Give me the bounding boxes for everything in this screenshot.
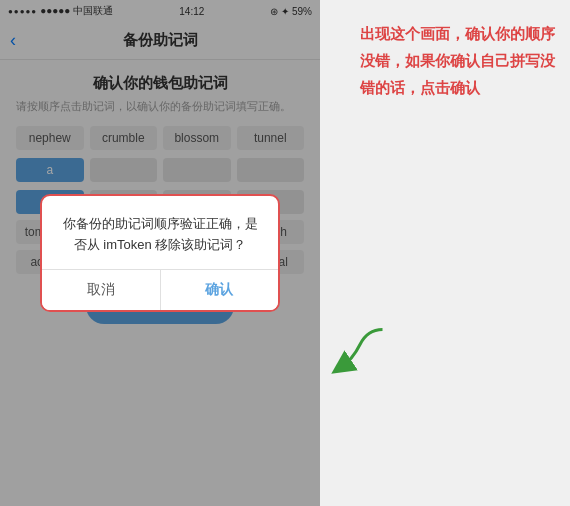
dialog-overlay: 你备份的助记词顺序验证正确，是否从 imToken 移除该助记词？ 取消 确认 [0, 0, 320, 506]
dialog-body: 你备份的助记词顺序验证正确，是否从 imToken 移除该助记词？ [42, 196, 278, 270]
dialog-confirm-button[interactable]: 确认 [161, 270, 279, 310]
dialog-text: 你备份的助记词顺序验证正确，是否从 imToken 移除该助记词？ [58, 214, 262, 256]
annotation-area: 出现这个画面，确认你的顺序没错，如果你确认自己拼写没错的话，点击确认 [320, 0, 570, 506]
arrow-wrap [330, 322, 390, 386]
arrow-icon [330, 322, 390, 382]
phone-screen: ●●●●● ●●●●● 中国联通 14:12 ⊛ ✦ 59% ‹ 备份助记词 确… [0, 0, 320, 506]
dialog-box: 你备份的助记词顺序验证正确，是否从 imToken 移除该助记词？ 取消 确认 [40, 194, 280, 313]
dialog-cancel-button[interactable]: 取消 [42, 270, 161, 310]
dialog-actions: 取消 确认 [42, 269, 278, 310]
annotation-text: 出现这个画面，确认你的顺序没错，如果你确认自己拼写没错的话，点击确认 [360, 20, 560, 101]
